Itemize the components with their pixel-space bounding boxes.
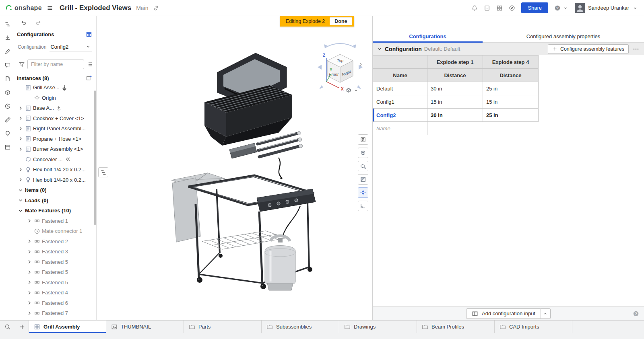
doc-tab-drawings[interactable]: Drawings	[339, 321, 417, 333]
measure-tool-button[interactable]	[2, 115, 13, 125]
distance-value-cell[interactable]: 30 in	[427, 109, 483, 122]
instance-item[interactable]: Cookbox + Cover <1>	[15, 113, 96, 124]
instance-item[interactable]: Propane + Hose <1>	[15, 134, 96, 144]
section-header[interactable]: Items (0)	[15, 185, 96, 195]
share-link-icon[interactable]	[153, 5, 159, 11]
igniter-cable[interactable]	[279, 158, 281, 177]
propane-hose[interactable]	[283, 206, 300, 236]
distance-value-cell[interactable]: 15 in	[483, 95, 539, 109]
undo-button[interactable]	[20, 20, 27, 26]
instance-item[interactable]: Burner Assembly <1>	[15, 144, 96, 154]
instance-item[interactable]: Origin	[15, 93, 96, 103]
more-options-button[interactable]	[633, 46, 639, 52]
instance-item[interactable]: Hex bolt 1/4-20 x 0.2...	[15, 164, 96, 175]
tab-configurations[interactable]: Configurations	[373, 31, 483, 42]
mate-feature-item[interactable]: Fastened 2	[15, 236, 96, 247]
distance-value-cell[interactable]: 25 in	[483, 82, 539, 95]
configuration-name-cell[interactable]: Config2	[373, 109, 427, 122]
distance-value-cell[interactable]: 15 in	[427, 95, 483, 109]
propane-tank[interactable]	[265, 236, 295, 291]
graphics-viewport[interactable]: Editing Explode 2 Done Top Front Right	[97, 16, 372, 320]
panel-scrollbar[interactable]	[94, 90, 96, 225]
isometric-view-button[interactable]	[358, 148, 368, 158]
exploded-view-button[interactable]	[358, 187, 368, 198]
configuration-table-icon[interactable]	[86, 31, 92, 37]
mate-feature-item[interactable]: Fastened 5	[15, 277, 96, 288]
new-tab-button[interactable]	[15, 321, 29, 333]
mate-feature-item[interactable]: Mate connector 1	[15, 226, 96, 236]
rotate-view-arrow[interactable]	[357, 61, 364, 69]
release-notes-button[interactable]	[484, 5, 490, 11]
filter-input[interactable]	[27, 60, 84, 69]
instance-item[interactable]: Hex bolt 1/4-20 x 0.2...	[15, 175, 96, 185]
section-header[interactable]: Loads (0)	[15, 195, 96, 206]
bom-tool-button[interactable]	[2, 142, 13, 152]
filter-funnel-icon[interactable]	[19, 61, 25, 68]
comment-list-button[interactable]	[358, 134, 368, 145]
help-icon[interactable]: ?	[633, 310, 639, 317]
view-cube-top-label[interactable]: Top	[337, 59, 344, 63]
doc-tab-grill-assembly[interactable]: Grill Assembly	[29, 321, 106, 333]
tab-configured-assembly-properties[interactable]: Configured assembly properties	[483, 31, 644, 42]
insert-mate-icon	[4, 35, 11, 41]
instance-item[interactable]: Grill Asse...	[15, 82, 96, 93]
drawing-tool-button[interactable]	[2, 74, 13, 84]
configure-assembly-features-button[interactable]: Configure assembly features	[548, 44, 629, 54]
learn-tool-button[interactable]	[2, 128, 13, 138]
new-configuration-name-cell[interactable]: Name	[373, 122, 427, 135]
doc-tab-beam-profiles[interactable]: Beam Profiles	[417, 321, 495, 333]
redo-button[interactable]	[35, 20, 42, 26]
instance-item[interactable]: Base A...	[15, 103, 96, 113]
help-menu[interactable]: ?	[554, 5, 569, 11]
measure-angle-button[interactable]	[358, 201, 368, 211]
igniter-box[interactable]	[229, 143, 257, 158]
explore-button[interactable]	[509, 5, 515, 11]
control-panel[interactable]	[257, 189, 316, 212]
mate-feature-item[interactable]: Fastened 4	[15, 288, 96, 298]
doc-tab-thumbnail[interactable]: THUMBNAIL	[106, 321, 184, 333]
instance-item[interactable]: Concealer ...	[15, 154, 96, 165]
section-header[interactable]: Mate Features (10)	[15, 205, 96, 216]
chevron-down-icon[interactable]	[376, 46, 382, 52]
mate-feature-item[interactable]: Fastened 6	[15, 298, 96, 308]
onshape-logo[interactable]: onshape	[6, 4, 42, 12]
doc-tab-subassemblies[interactable]: Subassemblies	[262, 321, 339, 333]
doc-tab-parts[interactable]: Parts	[184, 321, 262, 333]
parts-tool-button[interactable]	[2, 87, 13, 97]
configuration-select[interactable]: Config2	[50, 43, 92, 51]
distance-value-cell[interactable]: 25 in	[483, 109, 539, 122]
add-configuration-dropdown-button[interactable]	[541, 308, 551, 319]
grill-firebox[interactable]	[204, 85, 292, 146]
configuration-name-cell[interactable]: Default	[373, 82, 427, 95]
section-view-button[interactable]	[358, 174, 368, 185]
mate-feature-item[interactable]: Fastened 3	[15, 247, 96, 257]
done-button[interactable]: Done	[330, 17, 352, 25]
doc-tab-cad-imports[interactable]: CAD Imports	[495, 321, 572, 333]
distance-value-cell[interactable]: 30 in	[427, 82, 483, 95]
comment-tool-button[interactable]	[2, 60, 13, 70]
hamburger-menu-icon[interactable]	[47, 5, 53, 11]
move-part-button[interactable]	[358, 161, 368, 171]
app-switcher-button[interactable]	[496, 5, 503, 11]
assembly-structure-tool-button[interactable]	[2, 19, 13, 29]
user-menu[interactable]: Sandeep Urankar	[575, 3, 638, 13]
history-tool-button[interactable]	[2, 101, 13, 111]
add-configuration-input-button[interactable]: Add configuration input	[466, 308, 541, 319]
instance-item[interactable]: Right Panel Assembl...	[15, 123, 96, 134]
mate-feature-item[interactable]: Fastened 5	[15, 267, 96, 277]
mate-feature-item[interactable]: Fastened 7	[15, 308, 96, 318]
notifications-button[interactable]	[471, 5, 478, 11]
share-button[interactable]: Share	[521, 2, 548, 13]
workspace-name[interactable]: Main	[136, 5, 148, 11]
insert-instance-icon[interactable]	[86, 75, 92, 81]
view-mode-button[interactable]	[345, 87, 359, 93]
mate-feature-item[interactable]: Fastened 1	[15, 216, 96, 226]
mate-feature-item[interactable]: Fastened 5	[15, 257, 96, 267]
cable-plug[interactable]	[280, 177, 282, 179]
list-options-icon[interactable]	[87, 61, 93, 68]
configuration-name-cell[interactable]: Config1	[373, 95, 427, 109]
appearance-tool-button[interactable]	[2, 46, 13, 56]
insert-mate-tool-button[interactable]	[2, 33, 13, 43]
search-tabs-button[interactable]	[0, 321, 15, 333]
feature-panel-handle[interactable]	[98, 167, 108, 177]
